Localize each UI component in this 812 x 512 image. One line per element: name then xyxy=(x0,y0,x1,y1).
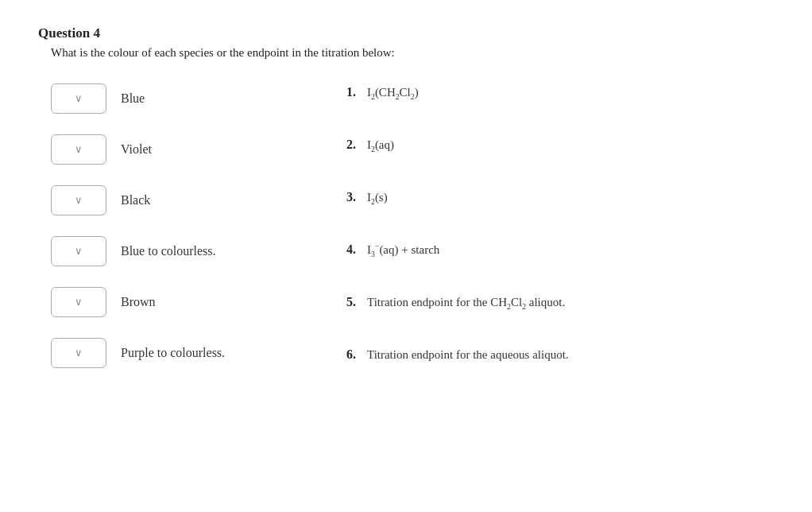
item-number-6: 6. xyxy=(337,347,356,362)
question-subtitle: What is the colour of each species or th… xyxy=(51,46,774,60)
dropdown-row-1: ∨ Blue xyxy=(51,83,305,114)
chevron-icon-1: ∨ xyxy=(75,92,83,105)
dropdown-3[interactable]: ∨ xyxy=(51,185,106,215)
dropdown-2[interactable]: ∨ xyxy=(51,134,106,165)
chevron-icon-5: ∨ xyxy=(75,296,83,308)
right-item-5: 5. Titration endpoint for the CH2Cl2 ali… xyxy=(337,293,774,328)
chevron-icon-4: ∨ xyxy=(75,245,83,258)
dropdown-row-2: ∨ Violet xyxy=(51,134,305,165)
dropdown-5[interactable]: ∨ xyxy=(51,287,106,317)
right-item-2: 2. I2(aq) xyxy=(337,136,774,171)
item-text-3: I2(s) xyxy=(367,188,388,208)
question-title: Question 4 xyxy=(38,25,774,41)
item-text-6: Titration endpoint for the aqueous aliqu… xyxy=(367,346,569,364)
right-column: 1. I2(CH2Cl2) 2. I2(aq) 3. I2(s) 4. I3−(… xyxy=(305,83,774,398)
dropdown-row-6: ∨ Purple to colourless. xyxy=(51,338,305,368)
chevron-icon-6: ∨ xyxy=(75,347,83,359)
item-text-2: I2(aq) xyxy=(367,136,394,156)
item-number-3: 3. xyxy=(337,190,356,204)
option-label-1: Blue xyxy=(121,91,145,106)
right-item-6: 6. Titration endpoint for the aqueous al… xyxy=(337,346,774,381)
option-label-4: Blue to colourless. xyxy=(121,244,216,258)
left-column: ∨ Blue ∨ Violet ∨ Black ∨ Blue to colour… xyxy=(51,83,305,398)
dropdown-1[interactable]: ∨ xyxy=(51,83,106,114)
item-text-4: I3−(aq) + starch xyxy=(367,241,439,261)
option-label-5: Brown xyxy=(121,295,156,309)
item-text-5: Titration endpoint for the CH2Cl2 aliquo… xyxy=(367,293,565,313)
dropdown-6[interactable]: ∨ xyxy=(51,338,106,368)
right-item-3: 3. I2(s) xyxy=(337,188,774,223)
option-label-2: Violet xyxy=(121,142,152,157)
item-number-2: 2. xyxy=(337,138,356,152)
dropdown-4[interactable]: ∨ xyxy=(51,236,106,266)
dropdown-row-3: ∨ Black xyxy=(51,185,305,215)
option-label-3: Black xyxy=(121,193,150,208)
item-text-1: I2(CH2Cl2) xyxy=(367,83,419,103)
item-number-4: 4. xyxy=(337,242,356,257)
option-label-6: Purple to colourless. xyxy=(121,346,225,360)
chevron-icon-3: ∨ xyxy=(75,194,83,207)
item-number-5: 5. xyxy=(337,295,356,309)
chevron-icon-2: ∨ xyxy=(75,143,83,156)
dropdown-row-4: ∨ Blue to colourless. xyxy=(51,236,305,266)
item-number-1: 1. xyxy=(337,85,356,99)
dropdown-row-5: ∨ Brown xyxy=(51,287,305,317)
right-item-4: 4. I3−(aq) + starch xyxy=(337,241,774,276)
right-item-1: 1. I2(CH2Cl2) xyxy=(337,83,774,118)
